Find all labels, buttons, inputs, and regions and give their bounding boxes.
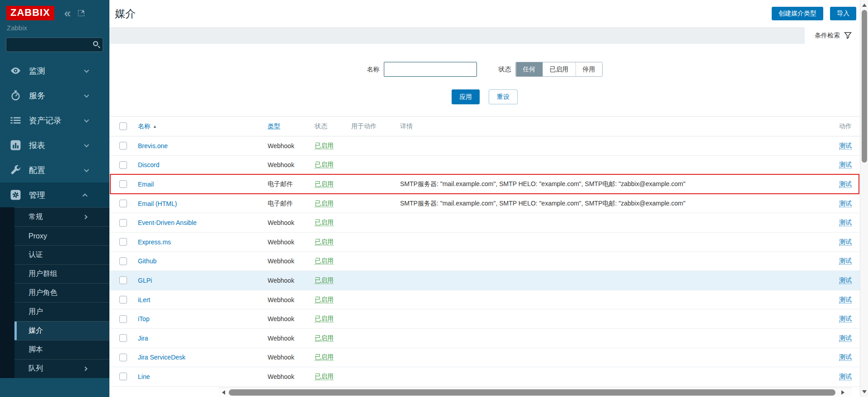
test-link[interactable]: 测试 (839, 296, 852, 304)
vertical-scrollbar-thumb[interactable] (862, 10, 867, 163)
sidebar-menu-item[interactable]: 报表 (0, 133, 109, 158)
status-option[interactable]: 已启用 (542, 62, 576, 76)
scroll-right-arrow-icon[interactable] (841, 390, 844, 395)
media-type-name-link[interactable]: iTop (138, 315, 150, 322)
test-link[interactable]: 测试 (839, 276, 852, 284)
collapse-sidebar-icon[interactable]: « (64, 9, 71, 18)
media-type-status[interactable]: 已启用 (315, 334, 334, 342)
submenu-item[interactable]: 用户 (14, 302, 109, 321)
media-type-name-link[interactable]: Line (138, 373, 150, 380)
sidebar-menu-item[interactable]: 管理 (0, 182, 109, 207)
media-type-status[interactable]: 已启用 (315, 180, 334, 188)
media-type-name-link[interactable]: Github (138, 257, 156, 265)
menu-item-label: 报表 (29, 140, 45, 151)
media-type-type: Webhook (268, 335, 315, 342)
media-type-name-link[interactable]: Email (HTML) (138, 200, 177, 207)
test-link[interactable]: 测试 (839, 353, 852, 361)
media-type-name-link[interactable]: Express.ms (138, 238, 171, 246)
submenu-item[interactable]: 用户角色 (14, 283, 109, 302)
reset-button[interactable]: 重设 (489, 89, 518, 104)
zabbix-app: ZABBIX « Zabbix 监测 服务 (0, 0, 868, 397)
media-type-name-link[interactable]: Event-Driven Ansible (138, 219, 197, 226)
row-checkbox[interactable] (119, 180, 127, 188)
media-type-name-link[interactable]: Email (138, 181, 154, 188)
row-checkbox[interactable] (119, 373, 127, 380)
test-link[interactable]: 测试 (839, 180, 852, 188)
apply-button[interactable]: 应用 (452, 89, 480, 104)
table-row: Discord Webhook 已启用 测试 (109, 156, 860, 175)
import-button[interactable]: 导入 (830, 7, 856, 20)
media-type-name-link[interactable]: Brevis.one (138, 142, 168, 149)
test-link[interactable]: 测试 (839, 257, 852, 265)
submenu-item-label: Proxy (28, 232, 47, 240)
submenu-item[interactable]: Proxy (14, 226, 109, 245)
sidebar-menu-item[interactable]: 配置 (0, 158, 109, 182)
row-checkbox[interactable] (119, 142, 127, 149)
test-link[interactable]: 测试 (839, 142, 852, 149)
column-header-type[interactable]: 类型 (268, 122, 315, 131)
media-type-status[interactable]: 已启用 (315, 296, 334, 304)
media-type-status[interactable]: 已启用 (315, 142, 334, 149)
row-checkbox[interactable] (119, 238, 127, 246)
test-link[interactable]: 测试 (839, 200, 852, 207)
media-type-name-link[interactable]: Discord (138, 161, 159, 168)
test-link[interactable]: 测试 (839, 334, 852, 342)
sort-ascending-icon: ▲ (153, 124, 157, 129)
table-row: Jira Webhook 已启用 测试 (109, 329, 860, 348)
scroll-down-arrow-icon[interactable] (862, 390, 867, 393)
test-link[interactable]: 测试 (839, 219, 852, 226)
media-type-status[interactable]: 已启用 (315, 200, 334, 207)
row-checkbox[interactable] (119, 334, 127, 342)
media-type-status[interactable]: 已启用 (315, 257, 334, 265)
media-type-type: Webhook (268, 296, 315, 304)
submenu-item[interactable]: 常规 (14, 207, 109, 226)
scroll-up-arrow-icon[interactable] (862, 4, 867, 7)
zabbix-logo[interactable]: ZABBIX (6, 6, 54, 20)
media-type-status[interactable]: 已启用 (315, 315, 334, 322)
test-link[interactable]: 测试 (839, 238, 852, 246)
row-checkbox[interactable] (119, 219, 127, 227)
name-filter-input[interactable] (384, 62, 477, 77)
horizontal-scrollbar[interactable] (219, 388, 852, 397)
status-option[interactable]: 任何 (516, 62, 542, 76)
submenu-item[interactable]: 媒介 (14, 321, 109, 340)
sidebar-menu-item[interactable]: 服务 (0, 83, 109, 108)
row-checkbox[interactable] (119, 257, 127, 265)
select-all-checkbox[interactable] (119, 122, 127, 130)
test-link[interactable]: 测试 (839, 373, 852, 380)
create-media-type-button[interactable]: 创建媒介类型 (772, 7, 823, 20)
row-checkbox[interactable] (119, 296, 127, 304)
expand-window-icon[interactable] (78, 9, 85, 17)
row-checkbox[interactable] (119, 200, 127, 207)
vertical-scrollbar[interactable] (860, 0, 868, 397)
row-checkbox[interactable] (119, 161, 127, 169)
submenu-item[interactable]: 用户群组 (14, 264, 109, 283)
horizontal-scrollbar-thumb[interactable] (229, 389, 835, 396)
test-link[interactable]: 测试 (839, 315, 852, 322)
media-type-status[interactable]: 已启用 (315, 276, 334, 284)
row-checkbox[interactable] (119, 276, 127, 284)
column-header-name[interactable]: 名称▲ (138, 122, 268, 131)
media-type-status[interactable]: 已启用 (315, 353, 334, 361)
search-input[interactable] (6, 38, 103, 51)
media-type-name-link[interactable]: GLPi (138, 277, 152, 284)
media-type-status[interactable]: 已启用 (315, 238, 334, 246)
media-type-status[interactable]: 已启用 (315, 373, 334, 380)
row-checkbox[interactable] (119, 354, 127, 361)
submenu-item[interactable]: 认证 (14, 245, 109, 264)
status-option[interactable]: 停用 (576, 62, 602, 76)
media-type-name-link[interactable]: Jira (138, 335, 148, 342)
row-checkbox[interactable] (119, 315, 127, 323)
filter-tab[interactable]: 条件检索 (805, 27, 860, 44)
media-type-status[interactable]: 已启用 (315, 219, 334, 226)
scroll-left-arrow-icon[interactable] (222, 390, 225, 395)
sidebar-menu-item[interactable]: 资产记录 (0, 108, 109, 133)
media-type-name-link[interactable]: iLert (138, 296, 150, 304)
submenu-item[interactable]: 队列 (14, 359, 109, 378)
test-link[interactable]: 测试 (839, 161, 852, 168)
media-type-name-link[interactable]: Jira ServiceDesk (138, 354, 185, 361)
sidebar-menu-item[interactable]: 监测 (0, 58, 109, 83)
submenu-item[interactable]: 脚本 (14, 340, 109, 359)
media-type-status[interactable]: 已启用 (315, 161, 334, 168)
search-icon[interactable] (93, 41, 98, 46)
